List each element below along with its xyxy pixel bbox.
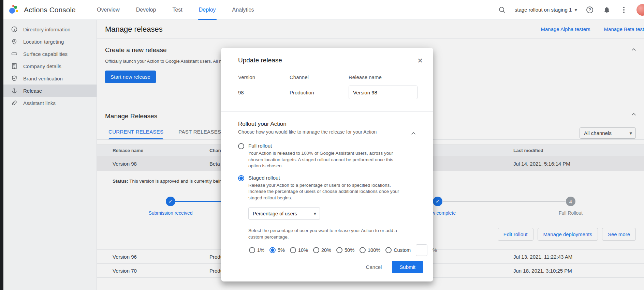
actions-on-google-logo-icon bbox=[9, 5, 19, 15]
staged-rollout-description: Release your Action to a percentage of u… bbox=[248, 182, 402, 201]
percentage-options: 1% 5% 10% 20% 50% bbox=[249, 244, 416, 256]
nav-tab-analytics[interactable]: Analytics bbox=[232, 0, 255, 20]
divider bbox=[221, 111, 433, 112]
nav-tab-deploy[interactable]: Deploy bbox=[198, 0, 217, 20]
percentage-option-50: 50% bbox=[336, 247, 354, 253]
app-title: Actions Console bbox=[24, 6, 76, 14]
percentage-option-custom: Custom bbox=[385, 247, 411, 253]
release-name-input[interactable] bbox=[349, 86, 418, 99]
percentage-option-10: 10% bbox=[290, 247, 308, 253]
staged-rollout-label[interactable]: Staged rollout bbox=[248, 175, 402, 181]
channel-label: Channel bbox=[290, 74, 349, 80]
more-vert-icon[interactable] bbox=[619, 5, 628, 14]
percentage-radio[interactable] bbox=[249, 247, 255, 253]
update-release-dialog: Update release ✕ Version Channel Release… bbox=[221, 48, 433, 281]
collapse-chevron-up-icon[interactable] bbox=[410, 130, 417, 138]
percentage-option-5: 5% bbox=[269, 247, 285, 253]
percentage-radio[interactable] bbox=[336, 247, 342, 253]
window-edge-strip bbox=[0, 0, 3, 290]
percentage-radio[interactable] bbox=[360, 247, 366, 253]
topbar: Actions Console Overview Develop Test De… bbox=[3, 0, 644, 20]
top-navigation: Overview Develop Test Deploy Analytics bbox=[96, 0, 255, 20]
full-rollout-description: Your Action is released to 100% of Googl… bbox=[248, 150, 402, 169]
custom-percentage-input[interactable] bbox=[416, 244, 427, 256]
close-icon[interactable]: ✕ bbox=[417, 57, 423, 64]
percentage-radio[interactable] bbox=[290, 247, 296, 253]
caret-down-icon: ▾ bbox=[574, 7, 577, 12]
submit-button[interactable]: Submit bbox=[392, 261, 423, 273]
channel-value: Production bbox=[290, 86, 349, 99]
full-rollout-label[interactable]: Full rollout bbox=[248, 143, 402, 149]
staged-rollout-radio[interactable] bbox=[238, 175, 244, 181]
project-selector[interactable]: stage rollout on staging 1 ▾ bbox=[515, 7, 577, 13]
topbar-right: stage rollout on staging 1 ▾ ? bbox=[498, 4, 644, 16]
percentage-radio[interactable] bbox=[385, 247, 392, 253]
notifications-icon[interactable] bbox=[602, 5, 611, 14]
avatar[interactable] bbox=[636, 4, 644, 16]
rollout-method-value: Percentage of users bbox=[253, 211, 297, 216]
percentage-option-1: 1% bbox=[249, 247, 264, 253]
percentage-option-100: 100% bbox=[360, 247, 380, 253]
staged-rollout-option: Staged rollout Release your Action to a … bbox=[238, 175, 416, 201]
nav-tab-overview[interactable]: Overview bbox=[96, 0, 120, 20]
percentage-help-text: Select the percentage of user you want t… bbox=[248, 227, 407, 240]
version-value: 98 bbox=[238, 86, 290, 99]
rollout-section: Rollout your Action Choose how you would… bbox=[221, 121, 433, 256]
help-icon[interactable]: ? bbox=[585, 5, 594, 14]
percentage-option-20: 20% bbox=[313, 247, 331, 253]
release-name-label: Release name bbox=[349, 74, 418, 80]
rollout-title: Rollout your Action bbox=[238, 121, 416, 127]
dialog-footer: Cancel Submit bbox=[366, 261, 423, 273]
percent-unit-label: % bbox=[433, 247, 437, 253]
rollout-subtitle: Choose how you would like to manage the … bbox=[238, 129, 416, 135]
percentage-radio[interactable] bbox=[313, 247, 319, 253]
cancel-button[interactable]: Cancel bbox=[366, 264, 382, 270]
full-rollout-option: Full rollout Your Action is released to … bbox=[238, 143, 416, 169]
rollout-method-select[interactable]: Percentage of users ▾ bbox=[248, 207, 320, 220]
search-icon[interactable] bbox=[498, 5, 507, 14]
project-selector-label: stage rollout on staging 1 bbox=[515, 7, 572, 13]
full-rollout-radio[interactable] bbox=[238, 143, 244, 149]
screen: Actions Console Overview Develop Test De… bbox=[0, 0, 644, 290]
dialog-header: Update release ✕ bbox=[221, 48, 433, 64]
version-label: Version bbox=[238, 74, 290, 80]
dialog-title: Update release bbox=[238, 57, 282, 64]
release-fields: Version Channel Release name 98 Producti… bbox=[221, 74, 433, 99]
caret-down-icon: ▾ bbox=[313, 211, 316, 216]
nav-tab-develop[interactable]: Develop bbox=[135, 0, 157, 20]
percentage-radio[interactable] bbox=[269, 247, 276, 253]
nav-tab-test[interactable]: Test bbox=[172, 0, 183, 20]
